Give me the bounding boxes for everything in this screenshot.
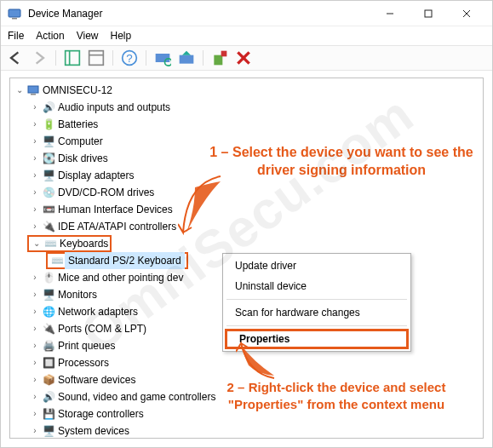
ctx-separator (226, 325, 407, 326)
menu-view[interactable]: View (77, 30, 99, 42)
tree-item-audio[interactable]: ›🔊Audio inputs and outputs (10, 99, 483, 116)
maximize-button[interactable] (409, 1, 447, 26)
ctx-uninstall[interactable]: Uninstall device (223, 276, 410, 296)
menubar: File Action View Help (1, 26, 492, 45)
toolbar: ? (1, 45, 492, 71)
storage-icon: 💾 (41, 405, 56, 422)
svg-rect-12 (156, 54, 170, 62)
device-manager-icon (8, 7, 21, 20)
properties-icon[interactable] (87, 49, 106, 67)
svg-rect-20 (31, 94, 36, 95)
svg-rect-1 (12, 18, 17, 20)
forward-button[interactable] (30, 49, 49, 67)
expander-icon[interactable]: ⌄ (14, 82, 26, 99)
svg-rect-6 (66, 51, 80, 66)
network-icon: 🌐 (41, 303, 56, 320)
back-button[interactable] (6, 49, 25, 67)
ctx-separator (226, 299, 407, 300)
svg-rect-8 (89, 51, 104, 66)
menu-help[interactable]: Help (111, 30, 132, 42)
tree-item-ide[interactable]: ›🔌IDE ATA/ATAPI controllers (10, 218, 483, 235)
computer-icon: 🖥️ (41, 133, 56, 150)
callout-pointer-icon (236, 340, 278, 382)
svg-rect-15 (214, 55, 222, 66)
dvd-icon: 💿 (41, 184, 56, 201)
annotation-step1: 1 – Select the device you want to see th… (205, 144, 478, 180)
ctx-scan[interactable]: Scan for hardware changes (223, 302, 410, 323)
toolbar-separator (55, 50, 56, 66)
software-icon: 📦 (41, 371, 56, 388)
svg-rect-0 (9, 9, 20, 17)
callout-pointer-icon (178, 175, 229, 243)
help-icon[interactable]: ? (120, 49, 139, 67)
titlebar: Device Manager (1, 1, 492, 26)
expander-icon[interactable]: › (29, 99, 41, 116)
audio-icon: 🔊 (41, 99, 56, 116)
printer-icon: 🖨️ (41, 337, 56, 354)
tree-item-hid[interactable]: ›📼Human Interface Devices (10, 201, 483, 218)
annotation-step2: 2 – Right-click the device and select "P… (192, 379, 481, 412)
keyboard-icon: ⌨️ (49, 252, 65, 269)
battery-icon: 🔋 (41, 116, 56, 133)
system-icon: 🖥️ (41, 422, 56, 439)
toolbar-separator (112, 50, 113, 66)
delete-icon[interactable] (234, 49, 253, 67)
cpu-icon: 🔲 (41, 354, 56, 371)
ports-icon: 🔌 (41, 320, 56, 337)
disk-icon: 💽 (41, 150, 56, 167)
sound-icon: 🔊 (41, 388, 56, 405)
monitor-icon: 🖥️ (41, 286, 56, 303)
svg-rect-14 (180, 55, 194, 64)
display-icon: 🖥️ (41, 167, 56, 184)
tree-item-dvd[interactable]: ›💿DVD/CD-ROM drives (10, 184, 483, 201)
minimize-button[interactable] (370, 1, 409, 26)
window-title: Device Manager (28, 8, 370, 20)
svg-rect-3 (425, 10, 432, 17)
show-hide-tree-icon[interactable] (63, 49, 82, 67)
ctx-update-driver[interactable]: Update driver (223, 256, 410, 276)
svg-text:?: ? (126, 52, 132, 65)
menu-file[interactable]: File (8, 30, 24, 42)
tree-root[interactable]: ⌄ OMNISECU-12 (10, 82, 483, 99)
tree-item-keyboards[interactable]: ⌄ ⌨️ Keyboards (10, 235, 483, 252)
expander-icon[interactable]: ⌄ (31, 235, 43, 252)
update-driver-icon[interactable] (177, 49, 196, 67)
uninstall-icon[interactable] (210, 49, 229, 67)
mouse-icon: 🖱️ (41, 269, 56, 286)
hid-icon: 📼 (41, 201, 56, 218)
keyboard-category-icon: ⌨️ (43, 235, 58, 252)
toolbar-separator (203, 50, 204, 66)
toolbar-separator (146, 50, 146, 66)
computer-icon (26, 84, 41, 96)
menu-action[interactable]: Action (36, 30, 64, 42)
svg-rect-19 (28, 86, 38, 93)
ide-icon: 🔌 (41, 218, 56, 235)
context-menu: Update driver Uninstall device Scan for … (222, 253, 411, 352)
tree-item-batteries[interactable]: ›🔋Batteries (10, 116, 483, 133)
svg-rect-16 (221, 51, 227, 57)
close-button[interactable] (447, 1, 485, 26)
tree-item-system[interactable]: ›🖥️System devices (10, 422, 483, 439)
tree-label: OMNISECU-12 (41, 82, 112, 99)
scan-hardware-icon[interactable] (153, 49, 172, 67)
